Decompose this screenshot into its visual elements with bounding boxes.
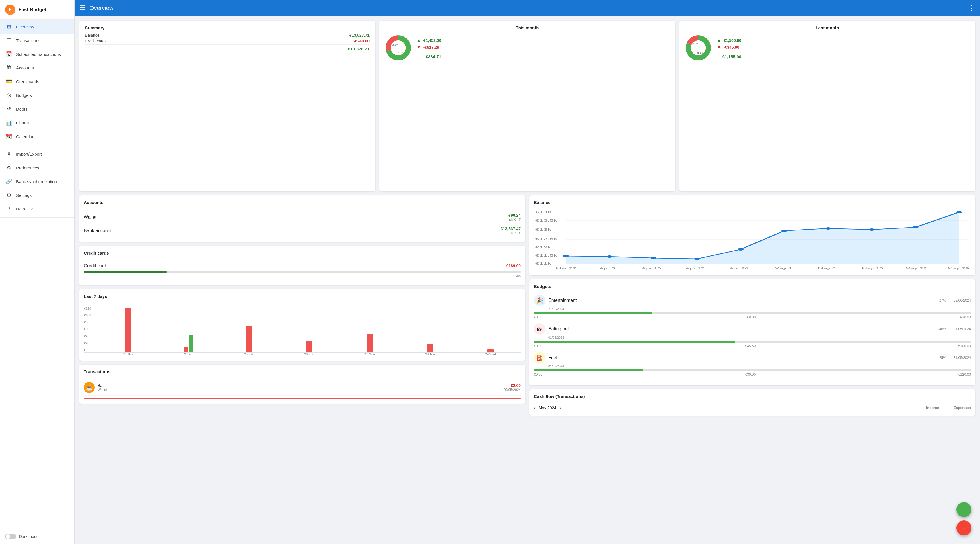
sidebar-label-bank-sync: Bank synchronization	[16, 179, 57, 184]
sidebar-item-import-export[interactable]: ⬇ Import/Export	[0, 147, 74, 161]
transaction-account-bar: Wallet	[97, 388, 501, 392]
cash-flow-income-label: Income	[926, 406, 939, 410]
sidebar-item-charts[interactable]: 📊 Charts	[0, 116, 74, 130]
dark-mode-section: Dark mode	[0, 531, 74, 544]
credit-cards-header: Credit cards ⋮	[84, 251, 521, 258]
sidebar-label-settings: Settings	[16, 193, 32, 198]
this-month-card: This month 29.8% 70.2%	[379, 21, 675, 192]
last-expense-arrow: ▼	[717, 45, 721, 50]
fab-add-button[interactable]: +	[956, 502, 971, 517]
sidebar-item-overview[interactable]: ⊞ Overview	[0, 20, 74, 33]
sidebar-item-preferences[interactable]: ⚙ Preferences	[0, 161, 74, 174]
sidebar-item-bank-sync[interactable]: 🔗 Bank synchronization	[0, 174, 74, 188]
transactions-icon: ☰	[6, 37, 12, 44]
budget-entertainment-start: 27/05/2024	[548, 307, 971, 311]
credit-cards-title: Credit cards	[84, 251, 109, 255]
transactions-card: Transactions ⋮ ☕ Bar Wallet -€2.00 29/05…	[79, 365, 525, 404]
x-labels: 23 Thu 24 Fri 25 Sat 26 Sun 27 Mon 28 Tu…	[84, 352, 521, 356]
budget-fuel-icon: ⛽	[534, 352, 546, 363]
help-icon: ?	[6, 206, 12, 212]
svg-text:70.2%: 70.2%	[396, 51, 403, 54]
bar-mon-red	[367, 334, 373, 352]
budget-fuel-info: Fuel	[548, 355, 936, 360]
budget-entertainment-mid: €8.00	[747, 315, 756, 319]
import-export-icon: ⬇	[6, 151, 12, 157]
svg-text:€11.5k: €11.5k	[535, 254, 557, 257]
sidebar-label-overview: Overview	[16, 24, 34, 29]
budget-eating-icon: 🍽	[534, 323, 546, 335]
wallet-name: Wallet	[84, 215, 96, 220]
balance-value: €13,627.71	[349, 33, 369, 38]
cash-flow-header: Cash flow (Transactions)	[534, 394, 971, 401]
sidebar-item-debts[interactable]: ↺ Debts	[0, 102, 74, 116]
credit-cards-card: Credit cards ⋮ Credit card -€189.00 19%	[79, 246, 525, 285]
topbar-more-icon[interactable]: ⋮	[969, 4, 975, 12]
transaction-right-bar: -€2.00 29/05/2024	[503, 383, 521, 392]
svg-text:May 29: May 29	[948, 267, 969, 270]
bank-balance: €13,537.47	[501, 227, 521, 231]
sidebar-item-settings[interactable]: ⚙ Settings	[0, 188, 74, 202]
page-title: Overview	[89, 5, 964, 11]
budgets-more-button[interactable]: ⋮	[965, 285, 971, 292]
cash-flow-prev-button[interactable]: ‹	[534, 404, 536, 411]
summary-title: Summary	[85, 25, 369, 30]
transaction-row-bar: ☕ Bar Wallet -€2.00 29/05/2024	[84, 380, 521, 395]
fab-subtract-button[interactable]: −	[956, 520, 971, 535]
debts-icon: ↺	[6, 106, 12, 112]
sidebar-item-transactions[interactable]: ☰ Transactions	[0, 33, 74, 47]
cash-flow-next-button[interactable]: ›	[559, 404, 561, 411]
svg-point-34	[956, 211, 962, 213]
accounts-card: Accounts ⋮ Wallet €90.24 EUR - € Bank ac…	[79, 195, 525, 242]
accounts-more-button[interactable]: ⋮	[515, 201, 521, 208]
credit-cards-value: -€249.00	[354, 39, 369, 43]
transaction-info-bar: Bar Wallet	[97, 383, 501, 392]
sidebar-item-credit-cards[interactable]: 💳 Credit cards	[0, 75, 74, 88]
svg-point-26	[607, 255, 612, 258]
transactions-more-button[interactable]: ⋮	[515, 370, 521, 377]
sidebar-item-budgets[interactable]: ◎ Budgets	[0, 88, 74, 102]
svg-text:Mar 27: Mar 27	[556, 267, 576, 270]
wallet-balance: €90.24	[508, 213, 521, 217]
dark-mode-label: Dark mode	[19, 534, 38, 539]
x-label-fri: 24 Fri	[158, 352, 219, 356]
sidebar-item-help[interactable]: ? Help ↗	[0, 202, 74, 216]
bar-group-wed	[460, 307, 521, 352]
bar-chart: €120 €100 €80 €60 €40 €20 €0	[84, 307, 521, 352]
sidebar-label-preferences: Preferences	[16, 165, 39, 170]
overview-icon: ⊞	[6, 24, 12, 30]
budget-eating-name: Eating out	[548, 327, 936, 331]
credit-card-row: Credit card -€189.00 19%	[84, 261, 521, 281]
sidebar-item-scheduled[interactable]: 📅 Scheduled transactions	[0, 47, 74, 61]
svg-text:May 22: May 22	[905, 267, 927, 270]
sidebar-header: F Fast Budget	[0, 0, 74, 20]
charts-icon: 📊	[6, 119, 12, 126]
last-month-card: Last month 18.7% 81.3%	[679, 21, 975, 192]
dark-mode-toggle[interactable]	[5, 534, 16, 539]
last-month-donut: 18.7% 81.3%	[684, 33, 713, 63]
credit-cards-label: Credit cards:	[85, 39, 108, 43]
balance-row: Balance: €13,627.71	[85, 33, 369, 38]
credit-card-amount: -€189.00	[505, 263, 521, 268]
budget-eating-out: 🍽 Eating out 46% 31/05/2024 01/05/2024 €…	[534, 323, 971, 348]
menu-icon[interactable]: ☰	[80, 4, 86, 12]
budget-eating-start: 01/05/2024	[548, 336, 971, 339]
this-month-amounts: ▲ €1,452.00 ▼ -€617.29 €834.71	[417, 38, 441, 59]
accounts-header: Accounts ⋮	[84, 200, 521, 208]
budget-fuel-start: 01/05/2024	[548, 365, 971, 368]
svg-text:29.8%: 29.8%	[392, 44, 398, 46]
y-labels: €120 €100 €80 €60 €40 €20 €0	[84, 307, 91, 352]
credit-cards-icon: 💳	[6, 78, 12, 84]
budget-entertainment-info: Entertainment	[548, 298, 936, 303]
bar-wed-red	[487, 349, 494, 352]
sidebar-item-accounts[interactable]: 🏛 Accounts	[0, 61, 74, 75]
balance-chart-area: €14k €13.5k €13k €12.5k €12k €11.5k €11k	[534, 208, 971, 271]
svg-text:May 15: May 15	[862, 267, 883, 270]
sidebar-item-calendar[interactable]: 📆 Calendar	[0, 130, 74, 143]
svg-text:81.3%: 81.3%	[697, 52, 703, 54]
budget-eating-progress-fill	[534, 341, 735, 343]
sidebar-label-calendar: Calendar	[16, 134, 33, 139]
budget-eating-amounts: €0.00 €45.50 €100.00	[534, 344, 971, 348]
last7days-more-button[interactable]: ⋮	[515, 294, 521, 301]
svg-text:Apr 3: Apr 3	[599, 267, 615, 270]
credit-cards-more-button[interactable]: ⋮	[515, 251, 521, 258]
